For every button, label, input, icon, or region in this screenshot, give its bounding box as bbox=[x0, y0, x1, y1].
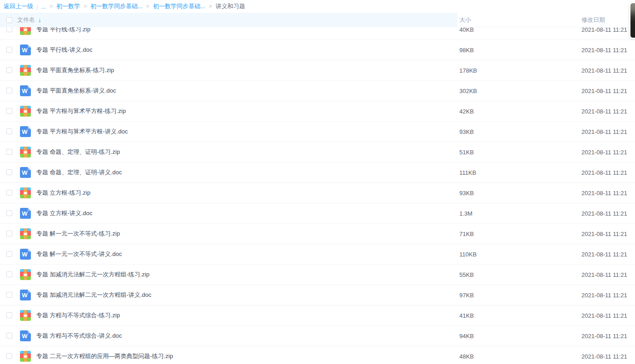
file-size: 1.3M bbox=[459, 210, 473, 217]
row-checkbox[interactable] bbox=[6, 210, 12, 216]
file-modified: 2021-08-11 11:21 bbox=[581, 251, 627, 258]
table-row[interactable]: 专题 平面直角坐标系-练习.zip 178KB 2021-08-11 11:21 bbox=[0, 60, 635, 81]
file-modified: 2021-08-11 11:21 bbox=[581, 333, 627, 339]
file-name[interactable]: 专题 平方根与算术平方根-讲义.doc bbox=[36, 128, 128, 136]
file-name[interactable]: 专题 二元一次方程组的应用—两类典型问题-练习.zip bbox=[36, 352, 173, 360]
zip-archive-icon bbox=[20, 187, 31, 198]
file-name[interactable]: 专题 立方根-练习.zip bbox=[36, 189, 90, 197]
file-name[interactable]: 专题 平面直角坐标系-练习.zip bbox=[36, 66, 114, 74]
table-header: 文件名 ↓ 大小 修改日期 bbox=[0, 13, 635, 27]
word-doc-icon: W bbox=[20, 44, 31, 55]
table-row[interactable]: 专题 立方根-练习.zip 93KB 2021-08-11 11:21 bbox=[0, 183, 635, 203]
breadcrumb-ellipsis-link[interactable]: ... bbox=[41, 3, 46, 10]
table-row[interactable]: W 专题 平方根与算术平方根-讲义.doc 93KB 2021-08-11 11… bbox=[0, 122, 635, 142]
row-checkbox[interactable] bbox=[6, 67, 12, 73]
table-row[interactable]: 专题 解一元一次不等式-练习.zip 71KB 2021-08-11 11:21 bbox=[0, 224, 635, 244]
table-row[interactable]: 专题 平方根与算术平方根-练习.zip 42KB 2021-08-11 11:2… bbox=[0, 101, 635, 122]
file-modified: 2021-08-11 11:21 bbox=[581, 108, 627, 115]
row-checkbox[interactable] bbox=[6, 128, 12, 134]
file-modified: 2021-08-11 11:21 bbox=[581, 128, 627, 135]
word-letter: W bbox=[20, 47, 30, 54]
breadcrumb-item-2[interactable]: 初一数学同步基础... bbox=[90, 2, 143, 10]
file-name[interactable]: 专题 解一元一次不等式-讲义.doc bbox=[36, 250, 122, 258]
breadcrumb-item-1[interactable]: 初一数学 bbox=[56, 2, 80, 10]
file-size: 40KB bbox=[459, 27, 474, 33]
table-row[interactable]: 专题 命题、定理、证明-练习.zip 51KB 2021-08-11 11:21 bbox=[0, 142, 635, 162]
table-row[interactable]: 专题 平行线-练习.zip 40KB 2021-08-11 11:21 bbox=[0, 27, 635, 40]
file-name[interactable]: 专题 方程与不等式综合-练习.zip bbox=[36, 311, 120, 320]
breadcrumb-separator: > bbox=[209, 3, 212, 10]
file-name[interactable]: 专题 平行线-练习.zip bbox=[36, 27, 90, 34]
word-doc-icon: W bbox=[20, 330, 31, 341]
zip-archive-icon bbox=[20, 106, 31, 117]
row-checkbox[interactable] bbox=[6, 312, 12, 318]
file-modified: 2021-08-11 11:21 bbox=[581, 67, 627, 74]
floating-thumbnail-widget[interactable] bbox=[629, 2, 635, 39]
row-checkbox[interactable] bbox=[6, 251, 12, 257]
row-checkbox[interactable] bbox=[6, 190, 12, 196]
file-size: 97KB bbox=[459, 292, 474, 299]
table-row[interactable]: W 专题 加减消元法解二元一次方程组-讲义.doc 97KB 2021-08-1… bbox=[0, 285, 635, 305]
column-header-modified[interactable]: 修改日期 bbox=[581, 13, 605, 27]
file-name[interactable]: 专题 命题、定理、证明-练习.zip bbox=[36, 148, 120, 156]
word-letter: W bbox=[20, 210, 30, 217]
file-list-viewport: 专题 平行线-练习.zip 40KB 2021-08-11 11:21 W 专题… bbox=[0, 27, 635, 364]
file-name[interactable]: 专题 加减消元法解二元一次方程组-练习.zip bbox=[36, 271, 149, 279]
table-row[interactable]: W 专题 立方根-讲义.doc 1.3M 2021-08-11 11:21 bbox=[0, 203, 635, 224]
breadcrumb-item-3[interactable]: 初一数学同步基础... bbox=[153, 2, 205, 10]
row-checkbox[interactable] bbox=[6, 231, 12, 236]
row-checkbox[interactable] bbox=[6, 353, 12, 359]
file-name[interactable]: 专题 方程与不等式综合-讲义.doc bbox=[36, 332, 122, 340]
zip-archive-icon bbox=[20, 310, 31, 321]
column-header-filename[interactable]: 文件名 ↓ bbox=[0, 13, 458, 27]
file-size: 302KB bbox=[459, 88, 477, 94]
breadcrumb-separator: > bbox=[84, 3, 87, 10]
word-letter: W bbox=[20, 88, 30, 94]
breadcrumb-separator: > bbox=[146, 3, 149, 10]
row-checkbox[interactable] bbox=[6, 47, 12, 53]
row-checkbox[interactable] bbox=[6, 333, 12, 339]
file-size: 94KB bbox=[459, 333, 474, 339]
file-modified: 2021-08-11 11:21 bbox=[581, 149, 627, 156]
word-letter: W bbox=[20, 169, 30, 176]
row-checkbox[interactable] bbox=[6, 271, 12, 277]
word-doc-icon: W bbox=[20, 249, 31, 260]
file-size: 55KB bbox=[459, 271, 474, 278]
table-row[interactable]: W 专题 解一元一次不等式-讲义.doc 110KB 2021-08-11 11… bbox=[0, 244, 635, 265]
zip-archive-icon bbox=[20, 228, 31, 239]
row-checkbox[interactable] bbox=[6, 292, 12, 298]
table-row[interactable]: 专题 二元一次方程组的应用—两类典型问题-练习.zip 48KB 2021-08… bbox=[0, 346, 635, 364]
breadcrumb-back-link[interactable]: 返回上一级 bbox=[4, 2, 33, 10]
word-letter: W bbox=[20, 292, 30, 299]
table-row[interactable]: W 专题 平面直角坐标系-讲义.doc 302KB 2021-08-11 11:… bbox=[0, 81, 635, 101]
row-checkbox[interactable] bbox=[6, 108, 12, 114]
file-name[interactable]: 专题 平面直角坐标系-讲义.doc bbox=[36, 87, 116, 95]
file-name[interactable]: 专题 解一元一次不等式-练习.zip bbox=[36, 230, 120, 238]
word-doc-icon: W bbox=[20, 290, 31, 300]
file-name[interactable]: 专题 立方根-讲义.doc bbox=[36, 209, 93, 217]
select-all-checkbox[interactable] bbox=[6, 17, 12, 23]
table-row[interactable]: 专题 加减消元法解二元一次方程组-练习.zip 55KB 2021-08-11 … bbox=[0, 265, 635, 285]
thumbnail-image bbox=[630, 3, 635, 38]
table-row[interactable]: W 专题 方程与不等式综合-讲义.doc 94KB 2021-08-11 11:… bbox=[0, 326, 635, 346]
row-checkbox[interactable] bbox=[6, 149, 12, 155]
file-name[interactable]: 专题 平行线-讲义.doc bbox=[36, 46, 93, 54]
file-modified: 2021-08-11 11:21 bbox=[581, 353, 627, 360]
file-size: 98KB bbox=[459, 47, 474, 54]
row-checkbox[interactable] bbox=[6, 169, 12, 175]
word-doc-icon: W bbox=[20, 126, 31, 137]
file-size: 41KB bbox=[459, 312, 474, 319]
table-row[interactable]: W 专题 平行线-讲义.doc 98KB 2021-08-11 11:21 bbox=[0, 40, 635, 60]
sort-descending-icon: ↓ bbox=[38, 16, 41, 24]
file-name[interactable]: 专题 加减消元法解二元一次方程组-讲义.doc bbox=[36, 291, 152, 299]
file-modified: 2021-08-11 11:21 bbox=[581, 271, 627, 278]
table-row[interactable]: 专题 方程与不等式综合-练习.zip 41KB 2021-08-11 11:21 bbox=[0, 305, 635, 326]
row-checkbox[interactable] bbox=[6, 88, 12, 93]
file-size: 93KB bbox=[459, 190, 474, 197]
file-name[interactable]: 专题 命题、定理、证明-讲义.doc bbox=[36, 168, 122, 177]
file-modified: 2021-08-11 11:21 bbox=[581, 47, 627, 54]
table-row[interactable]: W 专题 命题、定理、证明-讲义.doc 111KB 2021-08-11 11… bbox=[0, 162, 635, 183]
file-name[interactable]: 专题 平方根与算术平方根-练习.zip bbox=[36, 107, 126, 115]
row-checkbox[interactable] bbox=[6, 27, 12, 32]
column-header-size[interactable]: 大小 bbox=[459, 13, 471, 27]
